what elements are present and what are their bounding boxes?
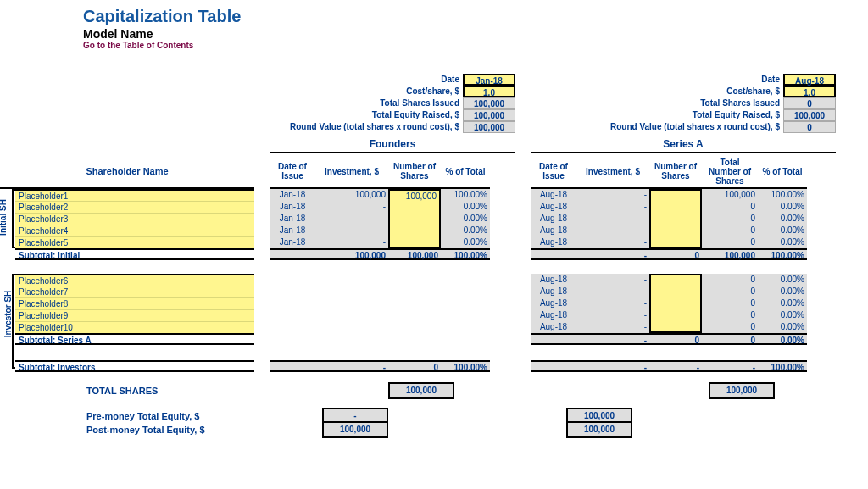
cell-shares-input[interactable] [649,297,702,309]
shareholder-name-input[interactable]: Placeholder3 [15,213,254,225]
cell-date: Jan-18 [270,201,315,213]
cell-shares-input[interactable] [388,201,441,213]
founders-cost-input[interactable]: 1.0 [463,86,515,97]
cell-pct: 0.00% [758,286,807,297]
shareholder-name-input[interactable]: Placeholder5 [15,236,254,248]
cell-investment: - [576,297,649,309]
cell-pct: 0.00% [758,274,807,286]
cell-totshares: 100,000 [702,189,758,201]
table-row: Aug-18 - 0 0.00% [531,286,836,297]
shareholder-name-input[interactable]: Placeholder6 [15,274,254,286]
model-name: Model Name [83,27,868,41]
shareholder-name-input[interactable]: Placeholder8 [15,297,254,309]
cell-investment: - [576,225,649,236]
cell-investment: - [315,213,388,225]
table-row: Jan-18 - 0.00% [270,213,515,225]
cell-shares-input[interactable] [649,274,702,286]
subtotal-row [270,333,515,345]
table-row: Aug-18 - 0 0.00% [531,225,836,236]
seriesa-tsi: 0 [783,97,836,109]
seriesa-title: Series A [531,138,836,153]
cell-shares-input[interactable] [388,236,441,248]
table-row [270,286,515,297]
seriesa-post-money: 100,000 [566,421,632,438]
cell-pct: 0.00% [758,297,807,309]
cell-shares-input[interactable] [388,225,441,236]
cell-shares-input[interactable] [388,213,441,225]
label-rv: Round Value (total shares x round cost),… [270,121,463,133]
table-row: Jan-18 - 0.00% [270,225,515,236]
seriesa-cost-input[interactable]: 1.0 [783,86,836,97]
shareholder-name-input[interactable]: Placeholder9 [15,309,254,321]
cell-investment: - [576,213,649,225]
cell-date: Aug-18 [531,236,576,248]
subtotal-row: - 0 100,000 100.00% [531,248,836,260]
table-row: Aug-18 - 0 0.00% [531,274,836,286]
shareholder-name-input[interactable]: Placeholder1 [15,189,254,201]
label-tsi: Total Shares Issued [270,97,463,109]
cell-shares-input[interactable] [649,213,702,225]
cell-totshares: 0 [702,201,758,213]
table-row: Jan-18 - 0.00% [270,236,515,248]
cell-investment: - [576,286,649,297]
cell-shares-input[interactable] [649,286,702,297]
cell-shares-input[interactable] [649,236,702,248]
founders-meta: DateJan-18 Cost/share, $1.0 Total Shares… [270,74,515,189]
subtotal-investors-label: Subtotal: Investors [15,360,254,372]
pre-money-label: Pre-money Total Equity, $ [83,409,254,423]
cell-pct: 0.00% [758,201,807,213]
cell-date: Aug-18 [531,321,576,333]
cell-shares-input[interactable]: 100,000 [388,189,441,201]
investor-sh-vlabel: Investor SH [0,274,12,372]
founders-title: Founders [270,138,515,153]
shareholder-name-input[interactable]: Placeholder4 [15,225,254,236]
shareholder-header: Shareholder Name [0,155,254,189]
cell-pct: 0.00% [758,213,807,225]
founders-tsi: 100,000 [463,97,515,109]
hdr-pct: % of Total [441,155,490,189]
table-row [270,297,515,309]
cell-shares-input[interactable] [649,309,702,321]
cell-shares-input[interactable] [649,189,702,201]
toc-link[interactable]: Go to the Table of Contents [83,41,868,50]
shareholder-name-input[interactable]: Placeholder7 [15,286,254,297]
cell-pct: 0.00% [441,236,490,248]
shareholder-name-input[interactable]: Placeholder2 [15,201,254,213]
cell-investment: - [576,274,649,286]
cell-pct: 100.00% [758,189,807,201]
seriesa-date-input[interactable]: Aug-18 [783,74,836,86]
shareholder-name-input[interactable]: Placeholder10 [15,321,254,333]
hdr-inv: Investment, $ [315,155,388,189]
cell-pct: 0.00% [758,236,807,248]
table-row: Aug-18 - 0 0.00% [531,321,836,333]
table-row: Aug-18 - 0 0.00% [531,236,836,248]
founders-date-input[interactable]: Jan-18 [463,74,515,86]
cell-date: Aug-18 [531,213,576,225]
cell-investment: - [576,201,649,213]
cell-date: Jan-18 [270,189,315,201]
hdr-date: Date of Issue [270,155,315,189]
seriesa-ter: 100,000 [783,109,836,121]
cell-totshares: 0 [702,236,758,248]
cell-shares-input[interactable] [649,321,702,333]
subtotal-row: - - - 100.00% [531,360,836,372]
founders-total-shares: 100,000 [388,382,454,399]
table-row [270,321,515,333]
cell-pct: 0.00% [758,225,807,236]
initial-sh-vlabel: Initial SH [0,189,12,248]
totals-section: TOTAL SHARES Pre-money Total Equity, $ P… [0,384,868,436]
post-money-label: Post-money Total Equity, $ [83,423,254,436]
cell-shares-input[interactable] [649,201,702,213]
page-title: Capitalization Table [83,7,868,26]
cell-pct: 100.00% [441,189,490,201]
cell-investment: - [576,309,649,321]
subtotal-row: - 0 100.00% [270,360,515,372]
label-cost: Cost/share, $ [270,86,463,97]
cell-shares-input[interactable] [649,225,702,236]
founders-rv: 100,000 [463,121,515,133]
label-date: Date [270,74,463,86]
cell-pct: 0.00% [758,321,807,333]
cell-date: Aug-18 [531,297,576,309]
cell-investment: - [315,225,388,236]
cell-totshares: 0 [702,297,758,309]
